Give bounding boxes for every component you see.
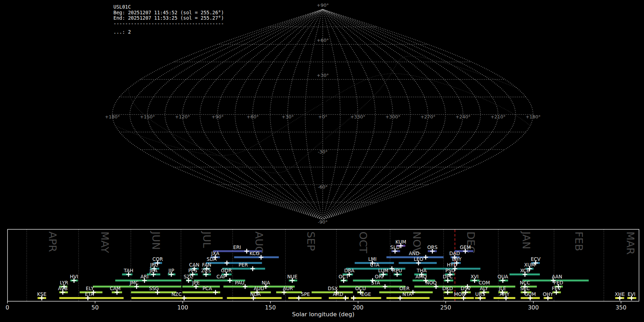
shower-bar-STA [339,286,405,287]
shower-label-EVI: EVI [628,291,635,297]
month-label: FEB [573,231,585,251]
lon-grid-label: +60° [247,114,259,119]
month-label: APR [47,231,59,252]
lon-grid-label: +210° [491,114,506,119]
activity-timeline-chart: APRMAYJUNJULAUGSEPOCTNOVDECJANFEBMARKUME… [6,229,639,318]
shower-label-KSE: KSE [37,291,47,297]
shower-label-EHY: EHY [452,256,462,262]
shower-label-OCU: OCU [355,286,366,291]
shower-label-JIP: JIP [168,268,174,273]
lon-grid-label: +30° [282,114,294,119]
x-axis-title: Solar longitude (deg) [292,311,354,318]
shower-label-SLD: SLD [390,244,400,250]
shower-label-NZC: NZC [171,291,182,297]
shower-label-GDR: GDR [221,268,232,273]
shower-peak-marker-AND [423,255,428,260]
station-id: USL01C [113,4,224,10]
shower-label-ETA: ETA [85,291,94,297]
month-label: MAY [99,231,111,253]
shower-label-OHY: OHY [543,291,553,297]
lon-grid-label: +240° [455,114,470,119]
shower-label-LUM: LUM [378,268,388,273]
shower-label-DPC: DPC [443,274,453,279]
shower-label-PER: PER [239,262,248,268]
shower-label-JXA: JXA [211,250,220,256]
x-tick-label: 250 [440,304,451,311]
lat-grid-label: +30° [317,73,329,78]
lat-grid-label: -60° [318,184,328,190]
shower-label-ELY: ELY [86,286,94,291]
shower-label-CAN: CAN [189,262,200,268]
lon-grid-label: +300° [385,114,400,119]
shower-peak-marker-CAP [228,278,232,283]
shower-label-NDA: NDA [250,291,261,297]
shower-label-JMC: JMC [129,280,138,286]
shower-label-GEM: GEM [460,244,471,250]
x-tick-label: 100 [177,304,188,311]
shower-peak-marker-SDA [225,261,229,265]
lon-grid-label: +270° [420,114,435,119]
shower-bar-KCG [234,256,279,258]
shower-label-FAN: FAN [202,262,211,268]
shower-label-DKD: DKD [442,286,453,291]
shower-bar-ARI [115,279,181,281]
shower-bar-DSX [312,291,353,293]
shower-label-URS: URS [475,291,485,297]
shower-label-LEO: LEO [414,256,423,262]
app-window: +180°+150°+120°+90°+60°+30°+0°+330°+300°… [0,0,644,322]
shower-label-ALY: ALY [480,286,488,291]
shower-label-AAN: AAN [552,274,562,279]
shower-bar-SPE [288,297,322,299]
shower-label-QUA: QUA [498,274,509,279]
shower-label-SZC: SZC [184,274,193,279]
shower-label-STA: STA [371,280,380,286]
shower-label-THA: THA [416,268,427,273]
shower-label-DAD: DAD [449,250,460,256]
shower-bar-NZC [131,297,223,299]
shower-label-NUE: NUE [287,274,298,279]
lon-grid-label: +120° [175,114,190,119]
shower-peak-marker-SPE [297,296,301,301]
shower-label-NOO: NOO [425,280,436,286]
shower-label-JLE: JLE [498,286,506,291]
shower-label-RPU: RPU [392,268,402,273]
shower-bar-SSG [131,291,176,293]
shower-peak-marker-ERI [244,249,249,254]
shower-label-DRA: DRA [344,268,355,273]
shower-label-SDA: SDA [207,256,217,262]
shower-label-MON: MON [454,291,465,297]
shower-label-HVI: HVI [70,274,78,279]
lon-grid-label: +0° [318,114,327,119]
shower-label-LMI: LMI [368,256,376,262]
shower-label-PCA: PCA [203,286,213,291]
shower-label-OER: OER [399,286,410,291]
shower-bar-NTA [386,297,430,299]
shower-label-COM: COM [479,280,490,286]
shower-peak-marker-EGE [351,296,356,301]
shower-label-SCC: SCC [520,286,530,291]
lat-grid-label: +90° [317,3,329,8]
shower-label-HYD: HYD [447,262,457,268]
shower-label-NTA: NTA [402,291,412,297]
month-label: JUN [150,231,162,250]
shower-peak-marker-STA [383,284,387,289]
shower-bar-JPE [182,286,220,287]
shower-label-XVI: XVI [470,274,478,279]
end-time-line: End: 20251207 11:53:25 (sol = 255.27°) [113,15,224,21]
shower-label-CTA: CTA [370,262,380,268]
separator-line: -------------------------------------- [113,21,224,27]
lon-grid-label: +180° [105,114,120,119]
shower-bar-PAU [223,286,253,287]
x-tick-label: 0 [6,304,9,311]
shower-label-AVB: AVB [58,286,68,291]
shower-label-GUM: GUM [525,291,536,297]
shower-label-ARD: ARD [333,291,343,297]
shower-label-PPS: PPS [188,268,197,273]
shower-label-ARI: ARI [141,274,149,279]
reference-curve [325,56,517,139]
lon-grid-label: +330° [350,114,365,119]
begin-time-line: Beg: 20251207 11:45:52 (sol = 255.26°) [113,10,224,16]
info-panel: USL01CBeg: 20251207 11:45:52 (sol = 255.… [113,4,224,35]
month-label: MAR [624,231,636,255]
shower-label-AND: AND [409,250,420,256]
